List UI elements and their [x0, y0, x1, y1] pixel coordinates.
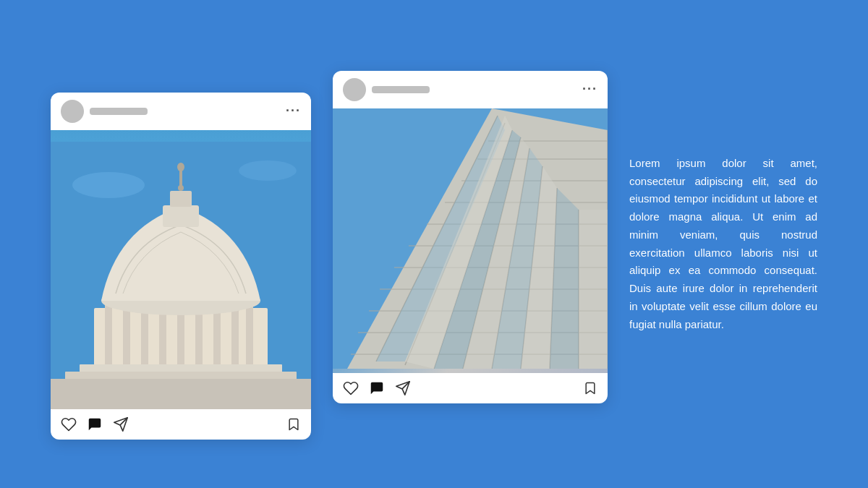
card2-like-button[interactable] [343, 380, 359, 396]
card2-bookmark-button[interactable] [583, 380, 597, 396]
card1-username [90, 108, 148, 115]
card2-header: ··· [333, 71, 608, 108]
svg-point-2 [239, 160, 297, 181]
card2-username [372, 86, 430, 93]
card1-footer-left [61, 416, 129, 432]
instagram-card-1: ··· [51, 93, 311, 440]
svg-rect-21 [51, 379, 311, 409]
card1-header: ··· [51, 93, 311, 130]
card1-more-button[interactable]: ··· [286, 103, 301, 119]
svg-rect-17 [179, 169, 182, 189]
card2-share-button[interactable] [395, 380, 411, 396]
card1-header-left [61, 100, 148, 123]
card1-comment-button[interactable] [87, 416, 103, 432]
svg-rect-15 [170, 191, 192, 207]
card1-footer [51, 409, 311, 440]
card2-footer [333, 373, 608, 403]
lorem-ipsum-text: Lorem ipsum dolor sit amet, consectetur … [629, 155, 817, 334]
card2-more-button[interactable]: ··· [582, 82, 597, 97]
card2-image [333, 108, 608, 373]
svg-rect-14 [163, 205, 199, 227]
instagram-card-2: ··· [333, 71, 608, 403]
card2-avatar [343, 78, 366, 101]
card2-footer-left [343, 380, 411, 396]
card1-avatar [61, 100, 84, 123]
building-svg [333, 108, 608, 369]
main-container: ··· [0, 0, 868, 488]
svg-point-18 [177, 163, 184, 171]
card1-image [51, 130, 311, 409]
card2-header-left [343, 78, 430, 101]
card2-comment-button[interactable] [369, 380, 385, 396]
svg-point-1 [72, 172, 145, 198]
card1-like-button[interactable] [61, 416, 77, 432]
svg-marker-56 [579, 210, 608, 369]
card1-share-button[interactable] [113, 416, 129, 432]
card1-bookmark-button[interactable] [286, 416, 301, 432]
capitol-svg [51, 142, 311, 409]
text-panel: Lorem ipsum dolor sit amet, consectetur … [629, 147, 817, 341]
